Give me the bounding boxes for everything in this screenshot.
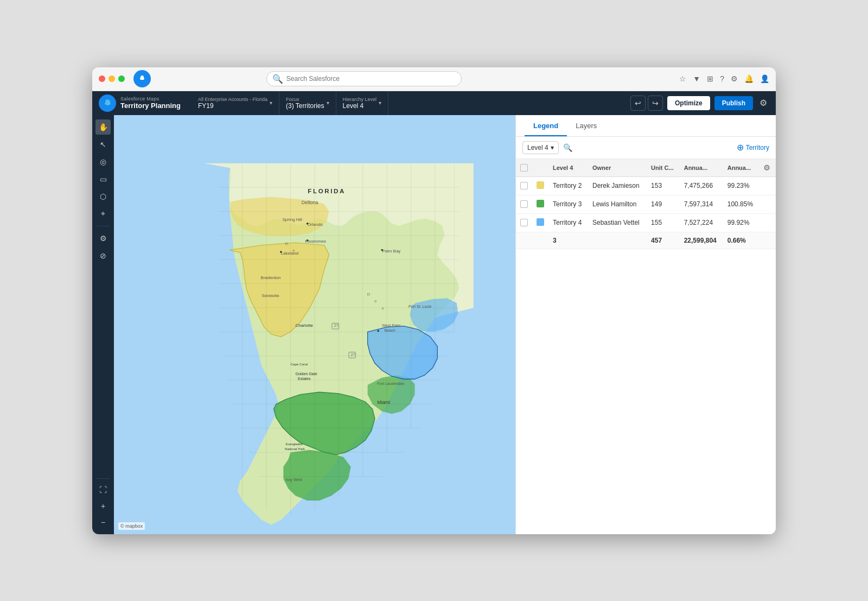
- svg-text:West Palm: West Palm: [382, 324, 400, 328]
- col-annual1: Annua...: [680, 159, 723, 177]
- territory-table: Level 4 Owner Unit C... Annua... Annua..…: [516, 159, 776, 534]
- select-tool-button[interactable]: ↖: [95, 137, 111, 152]
- select-all-checkbox[interactable]: [520, 164, 528, 172]
- zoom-group: ⛶ + −: [95, 476, 111, 530]
- extensions-icon[interactable]: ⊞: [707, 74, 713, 83]
- territory-name-2: Territory 3: [548, 195, 588, 213]
- user-avatar[interactable]: 👤: [760, 74, 769, 83]
- map-settings-button[interactable]: ⚙: [95, 231, 111, 246]
- maximize-button[interactable]: [118, 75, 125, 82]
- close-button[interactable]: [99, 75, 105, 82]
- totals-annual1: 22,599,804: [680, 232, 723, 249]
- optimize-button[interactable]: Optimize: [667, 96, 710, 110]
- tab-layers[interactable]: Layers: [567, 115, 605, 136]
- map-area: FLORIDA Deltona Spring Hill Orlando Kiss…: [114, 115, 515, 534]
- sf-header: Salesforce Maps Territory Planning All E…: [92, 91, 776, 115]
- svg-text:FLORIDA: FLORIDA: [308, 187, 346, 194]
- svg-text:Key West: Key West: [286, 478, 302, 482]
- zoom-fit-button[interactable]: ⛶: [95, 482, 111, 497]
- nav-focus-top: Focus: [286, 97, 324, 102]
- app-subtitle: Salesforce Maps: [120, 96, 181, 102]
- row-checkbox-1[interactable]: [520, 182, 528, 189]
- territory-name-1: Territory 2: [548, 176, 588, 195]
- svg-text:Estates: Estates: [298, 377, 311, 381]
- nav-focus-bottom: (3) Territories: [286, 102, 324, 110]
- circle-tool-button[interactable]: ◎: [95, 154, 111, 169]
- zoom-in-button[interactable]: +: [95, 498, 111, 514]
- map-toolbar: ✋ ↖ ◎ ▭ ⬡ ⌖ ⚙ ⊘ ⛶ + −: [92, 115, 114, 534]
- nav-item-focus[interactable]: Focus (3) Territories ▾: [279, 91, 336, 115]
- rect-tool-button[interactable]: ▭: [95, 172, 111, 187]
- svg-point-52: [280, 251, 282, 253]
- add-territory-button[interactable]: ⊕ Territory: [737, 143, 769, 152]
- search-input[interactable]: [286, 75, 456, 83]
- svg-text:Miami: Miami: [377, 400, 390, 405]
- tool-separator-2: [97, 478, 110, 479]
- menu-icon[interactable]: ▼: [693, 74, 700, 83]
- nav-accounts-bottom: FY19: [198, 102, 267, 110]
- svg-text:Orlando: Orlando: [308, 222, 323, 227]
- header-actions: ↩ ↪ Optimize Publish ⚙: [630, 96, 769, 111]
- settings-gear-icon[interactable]: ⚙: [757, 96, 769, 110]
- row-checkbox-3[interactable]: [520, 219, 528, 226]
- mapbox-credit: © mapbox: [118, 522, 145, 530]
- settings-icon[interactable]: ⚙: [731, 74, 738, 83]
- table-row: Territory 4 Sebastian Vettel 155 7,527,2…: [516, 213, 776, 232]
- col-owner: Owner: [588, 159, 647, 177]
- col-unit: Unit C...: [647, 159, 680, 177]
- tab-legend[interactable]: Legend: [525, 115, 567, 136]
- table-totals-row: 3 457 22,599,804 0.66%: [516, 232, 776, 249]
- table-search-icon[interactable]: 🔍: [563, 143, 572, 152]
- publish-button[interactable]: Publish: [714, 96, 753, 110]
- minimize-button[interactable]: [108, 75, 115, 82]
- chevron-down-icon-3: ▾: [379, 100, 381, 106]
- nav-hierarchy-bottom: Level 4: [343, 102, 377, 110]
- chevron-down-icon: ▾: [270, 100, 272, 106]
- svg-text:Port St. Lucie: Port St. Lucie: [409, 304, 432, 308]
- polygon-tool-button[interactable]: ⬡: [95, 189, 111, 204]
- level-select[interactable]: Level 4 ▾: [522, 141, 559, 154]
- level-select-label: Level 4: [527, 144, 548, 151]
- right-panel: Legend Layers Level 4 ▾ 🔍 ⊕ Territory: [515, 115, 776, 534]
- main-area: ✋ ↖ ◎ ▭ ⬡ ⌖ ⚙ ⊘ ⛶ + −: [92, 115, 776, 534]
- search-icon: 🔍: [272, 74, 283, 84]
- territory-unit-1: 153: [647, 176, 680, 195]
- totals-unit: 457: [647, 232, 680, 249]
- lasso-tool-button[interactable]: ⌖: [95, 206, 111, 222]
- notification-icon[interactable]: 🔔: [744, 74, 754, 83]
- app-window: 🔍 ☆ ▼ ⊞ ? ⚙ 🔔 👤 Salesforce Maps Territor…: [92, 67, 776, 534]
- exclude-tool-button[interactable]: ⊘: [95, 248, 111, 263]
- nav-accounts-top: All Enterprise Accounts - Florida: [198, 97, 267, 102]
- col-level4: Level 4: [548, 159, 588, 177]
- tool-separator-1: [97, 226, 110, 226]
- territory-annual2-1: 99.23%: [723, 176, 760, 195]
- redo-button[interactable]: ↪: [648, 96, 663, 111]
- undo-button[interactable]: ↩: [630, 96, 646, 111]
- svg-text:Sarasota: Sarasota: [261, 293, 279, 298]
- nav-item-accounts[interactable]: All Enterprise Accounts - Florida FY19 ▾: [192, 91, 279, 115]
- svg-text:Spring Hill: Spring Hill: [283, 217, 303, 222]
- territory-owner-3: Sebastian Vettel: [588, 213, 647, 232]
- table-row: Territory 3 Lewis Hamilton 149 7,597,314…: [516, 195, 776, 213]
- territory-owner-1: Derek Jamieson: [588, 176, 647, 195]
- svg-text:Everglades: Everglades: [286, 441, 303, 445]
- territory-annual2-3: 99.92%: [723, 213, 760, 232]
- plus-icon: ⊕: [737, 143, 744, 152]
- table-header-row: Level 4 Owner Unit C... Annua... Annua..…: [516, 159, 776, 177]
- territory-unit-2: 149: [647, 195, 680, 213]
- table-gear-icon[interactable]: ⚙: [763, 163, 770, 172]
- territory-annual1-3: 7,527,224: [680, 213, 723, 232]
- nav-item-hierarchy[interactable]: Hierarchy Level Level 4 ▾: [336, 91, 389, 115]
- zoom-out-button[interactable]: −: [95, 515, 111, 530]
- search-bar[interactable]: 🔍: [266, 71, 462, 86]
- territory-color-swatch-3: [537, 218, 544, 226]
- svg-point-53: [381, 249, 383, 251]
- pan-tool-button[interactable]: ✋: [95, 119, 111, 135]
- row-checkbox-2[interactable]: [520, 200, 528, 208]
- star-icon[interactable]: ☆: [679, 74, 686, 83]
- browser-icons: ☆ ▼ ⊞ ? ⚙ 🔔 👤: [679, 74, 769, 83]
- table-row: Territory 2 Derek Jamieson 153 7,475,266…: [516, 176, 776, 195]
- totals-annual2: 0.66%: [723, 232, 760, 249]
- help-icon[interactable]: ?: [720, 74, 724, 83]
- svg-text:National Park: National Park: [285, 446, 305, 450]
